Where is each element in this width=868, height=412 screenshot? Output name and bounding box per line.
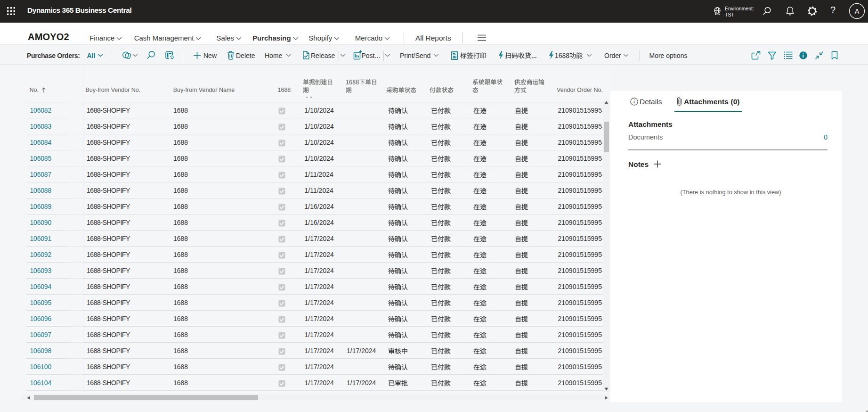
svg-text:A: A <box>855 8 860 15</box>
